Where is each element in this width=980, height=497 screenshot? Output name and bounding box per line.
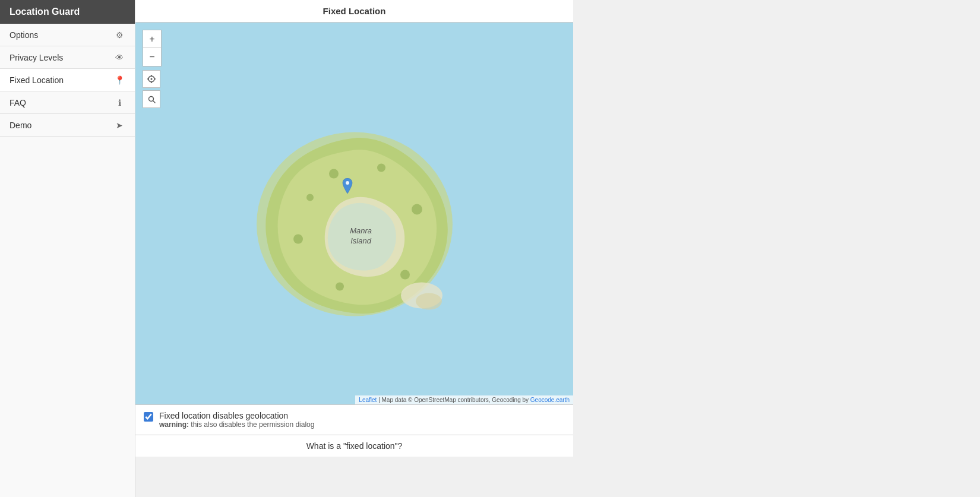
faq-label: FAQ [10, 98, 26, 107]
right-area [573, 0, 980, 497]
checkbox-text: Fixed location disables geolocation warn… [159, 411, 314, 429]
svg-line-7 [153, 100, 155, 103]
sidebar-title: Location Guard [0, 0, 135, 24]
map-pin[interactable] [340, 178, 355, 202]
search-icon [148, 96, 156, 103]
svg-point-12 [400, 270, 410, 279]
zoom-out-button[interactable]: − [143, 48, 161, 66]
geocode-link[interactable]: Geocode.earth [530, 397, 570, 403]
leaflet-link[interactable]: Leaflet [359, 397, 377, 403]
svg-point-13 [336, 282, 344, 290]
pin-icon: 📍 [113, 75, 125, 85]
checkbox-sub-label: warning: this also disables the permissi… [159, 420, 314, 429]
map-area[interactable]: + − [135, 23, 573, 404]
svg-point-10 [377, 163, 385, 172]
svg-point-18 [346, 181, 349, 185]
fixed-location-question[interactable]: What is a "fixed location"? [135, 435, 573, 457]
eye-icon: 👁 [113, 53, 125, 62]
svg-point-5 [151, 78, 153, 80]
warning-text: this also disables the permission dialog [189, 420, 314, 429]
demo-label: Demo [10, 121, 31, 130]
warning-bold: warning: [159, 420, 189, 429]
location-marker-icon [340, 178, 355, 200]
zoom-in-button[interactable]: + [143, 30, 161, 48]
map-attribution: Leaflet | Map data © OpenStreetMap contr… [355, 395, 573, 404]
svg-point-15 [306, 194, 314, 201]
info-icon: ℹ [113, 98, 125, 107]
gear-icon: ⚙ [113, 30, 125, 40]
sidebar: Location Guard Options ⚙ Privacy Levels … [0, 0, 135, 497]
sidebar-item-options[interactable]: Options ⚙ [0, 24, 135, 46]
island-map [245, 120, 464, 328]
search-button[interactable] [143, 90, 160, 108]
map-container: Fixed Location + − [135, 0, 573, 457]
locate-icon [147, 75, 156, 83]
svg-point-14 [293, 234, 303, 243]
fixed-location-label: Fixed Location [10, 75, 64, 85]
privacy-levels-label: Privacy Levels [10, 53, 63, 62]
sidebar-item-fixed-location[interactable]: Fixed Location 📍 [0, 69, 135, 91]
zoom-controls: + − [143, 30, 162, 67]
svg-point-17 [416, 293, 442, 309]
sidebar-item-demo[interactable]: Demo ➤ [0, 114, 135, 137]
options-label: Options [10, 30, 38, 40]
map-title: Fixed Location [135, 0, 573, 23]
map-controls: + − [143, 30, 162, 108]
arrow-icon: ➤ [113, 121, 125, 130]
sidebar-item-faq[interactable]: FAQ ℹ [0, 91, 135, 114]
checkbox-main-label: Fixed location disables geolocation [159, 411, 314, 420]
locate-button[interactable] [143, 70, 160, 88]
app-title: Location Guard [10, 7, 80, 17]
svg-point-9 [329, 169, 339, 178]
svg-point-11 [412, 204, 422, 214]
geolocation-checkbox-row: Fixed location disables geolocation warn… [144, 411, 565, 429]
geolocation-checkbox[interactable] [144, 412, 153, 422]
bottom-panel: Fixed location disables geolocation warn… [135, 404, 573, 435]
sidebar-item-privacy-levels[interactable]: Privacy Levels 👁 [0, 46, 135, 69]
main-content: Fixed Location + − [135, 0, 573, 497]
